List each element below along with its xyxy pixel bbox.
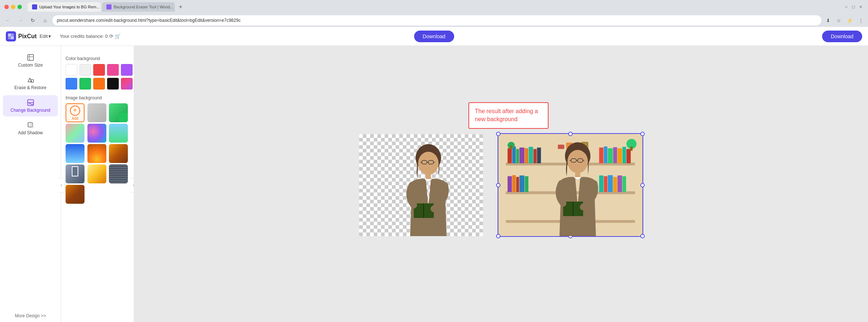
svg-rect-4 [28, 55, 34, 60]
svg-rect-38 [617, 148, 622, 163]
sidebar-label-custom-size: Custom Size [18, 63, 43, 68]
color-swatch-purple[interactable] [121, 64, 133, 76]
browser-tab-active[interactable]: Upload Your Images to BG Rem... × [28, 2, 101, 12]
maximize-window-button[interactable] [17, 5, 22, 9]
erase-restore-icon [27, 76, 34, 84]
result-canvas-container: The result after adding a new background [498, 133, 643, 237]
close-window-button[interactable] [4, 5, 9, 9]
back-button[interactable]: ← [3, 15, 13, 25]
extensions-icon[interactable]: ⚡ [845, 16, 854, 25]
bg-thumbnail-pattern[interactable] [109, 164, 128, 183]
handle-top-right[interactable] [640, 132, 645, 136]
bg-thumbnail-city[interactable] [109, 144, 128, 163]
color-swatch-white[interactable] [66, 64, 77, 76]
add-shadow-icon [27, 122, 34, 129]
result-canvas[interactable] [498, 133, 643, 237]
sidebar-item-erase-restore[interactable]: Erase & Restore [3, 73, 58, 94]
svg-rect-0 [8, 33, 11, 36]
handle-bottom-left[interactable] [496, 234, 500, 238]
close-icon[interactable]: × [858, 4, 864, 10]
address-input[interactable] [52, 15, 821, 25]
handle-top-center[interactable] [568, 132, 573, 136]
bg-thumbnail-outdoor[interactable] [109, 124, 128, 143]
image-section-title: Image background [66, 95, 129, 100]
handle-mid-left[interactable] [496, 183, 500, 187]
bg-thumbnail-yellow[interactable] [87, 164, 106, 183]
download-button-header-right[interactable]: Download [822, 31, 862, 42]
result-background [498, 134, 643, 236]
transparent-background [359, 134, 483, 236]
bg-thumbnail-shop[interactable] [66, 185, 85, 204]
bg-thumbnail-bokeh[interactable] [87, 124, 106, 143]
handle-top-left[interactable] [496, 132, 500, 136]
sidebar-item-add-shadow[interactable]: Add Shadow [3, 118, 58, 139]
bg-thumbnail-gray[interactable] [87, 103, 106, 122]
color-section-title: Color background [66, 56, 129, 61]
svg-rect-29 [519, 147, 524, 163]
color-swatch-green[interactable] [79, 78, 91, 90]
credits-info: Your credits balance: 0 ⟳ 🛒 [60, 33, 121, 39]
svg-rect-30 [525, 148, 528, 163]
refresh-credits-icon[interactable]: ⟳ [109, 33, 113, 39]
color-swatch-light-gray[interactable] [79, 64, 91, 76]
person-figure-original [392, 142, 465, 236]
sidebar-item-custom-size[interactable]: Custom Size [3, 50, 58, 71]
header-right: Download [822, 31, 862, 42]
tab-label-2: Background Eraser Tool | Wond... [114, 5, 173, 9]
color-swatch-gradient[interactable] [121, 78, 133, 90]
handle-mid-right[interactable] [640, 183, 645, 187]
color-swatch-blue[interactable] [66, 78, 77, 90]
minimize-icon[interactable]: − [843, 4, 849, 10]
svg-rect-27 [512, 147, 516, 163]
color-swatch-black[interactable] [107, 78, 119, 90]
browser-tab-inactive[interactable]: Background Eraser Tool | Wond... × [102, 2, 175, 12]
custom-size-icon [27, 54, 34, 61]
svg-rect-51 [622, 176, 626, 192]
change-background-icon [27, 99, 34, 106]
forward-button[interactable]: → [15, 15, 25, 25]
svg-rect-40 [626, 149, 631, 163]
image-bg-grid: + Add [66, 103, 129, 204]
svg-rect-41 [507, 176, 512, 192]
svg-rect-67 [575, 172, 580, 177]
more-design-button[interactable]: More Design >> [3, 313, 58, 318]
header-center: Download [414, 31, 454, 42]
sidebar-item-change-background[interactable]: Change Background [3, 95, 58, 116]
header-flex: PixCut Edit ▾ Your credits balance: 0 ⟳ … [6, 31, 862, 42]
color-swatch-red[interactable] [93, 64, 105, 76]
color-swatch-pink[interactable] [107, 64, 119, 76]
svg-rect-43 [516, 177, 519, 192]
bookmark-icon[interactable]: ☆ [834, 16, 843, 25]
add-background-button[interactable]: + Add [66, 103, 85, 122]
edit-menu-button[interactable]: Edit ▾ [37, 32, 54, 40]
downloads-icon[interactable]: ⬇ [824, 16, 832, 25]
bg-thumbnail-arch[interactable] [87, 144, 106, 163]
restore-icon[interactable]: □ [851, 4, 856, 10]
color-swatch-orange[interactable] [93, 78, 105, 90]
minimize-window-button[interactable] [11, 5, 15, 9]
color-grid [66, 64, 129, 90]
bg-thumbnail-leaf[interactable] [109, 103, 128, 122]
tools-panel-collapse-button[interactable]: ‹ [130, 178, 134, 192]
sidebar-collapse-button[interactable]: ‹ [58, 178, 65, 192]
cart-icon[interactable]: 🛒 [115, 33, 121, 39]
new-tab-button[interactable]: + [176, 3, 185, 11]
svg-rect-32 [533, 149, 537, 163]
app-logo-text: PixCut [18, 33, 37, 40]
original-canvas [359, 134, 483, 236]
home-button[interactable]: ⌂ [40, 15, 50, 25]
bg-thumbnail-pastel[interactable] [66, 124, 85, 143]
bg-thumbnail-door[interactable] [66, 164, 85, 183]
sidebar: Custom Size Erase & Restore [0, 46, 61, 322]
download-button-header[interactable]: Download [414, 31, 454, 42]
svg-rect-45 [525, 176, 528, 192]
svg-rect-19 [426, 174, 431, 179]
sidebar-label-add-shadow: Add Shadow [18, 130, 43, 135]
menu-icon[interactable]: ⋮ [856, 16, 865, 25]
svg-rect-44 [519, 175, 524, 192]
bg-thumbnail-sky[interactable] [66, 144, 85, 163]
tools-panel: Color background Image background + Add [61, 46, 134, 322]
handle-bottom-right[interactable] [640, 234, 645, 238]
refresh-button[interactable]: ↻ [28, 15, 38, 25]
window-controls [4, 5, 22, 9]
